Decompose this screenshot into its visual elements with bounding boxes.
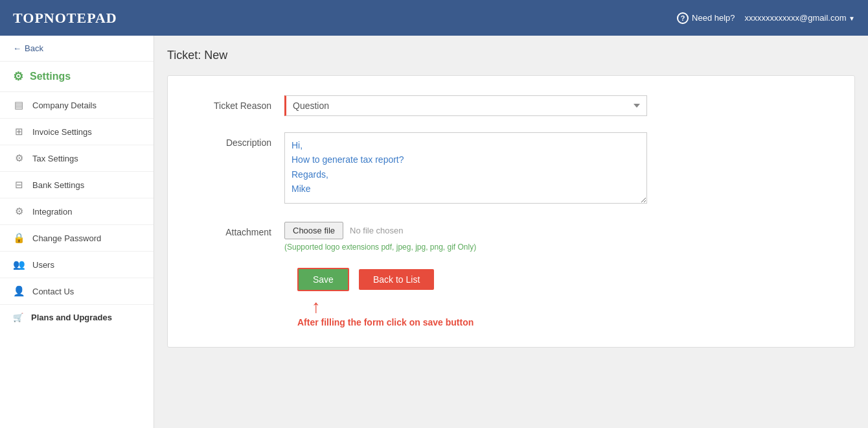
users-icon: 👥 xyxy=(13,259,25,270)
sidebar-item-label: Company Details xyxy=(32,101,97,110)
description-row: Description Hi, How to generate tax repo… xyxy=(194,132,828,206)
sidebar-item-label: Contact Us xyxy=(32,287,74,296)
change-password-icon: 🔒 xyxy=(13,232,25,244)
ticket-reason-label: Ticket Reason xyxy=(194,95,284,111)
main-content: Ticket: New Ticket Reason Question Issue… xyxy=(154,36,868,428)
need-help-label: Need help? xyxy=(692,13,735,23)
attachment-row: Attachment Choose file No file chosen (S… xyxy=(194,222,828,252)
sidebar-item-invoice-settings[interactable]: ⊞ Invoice Settings xyxy=(0,119,154,145)
sidebar-item-label: Invoice Settings xyxy=(32,127,92,137)
bank-settings-icon: ⊟ xyxy=(13,179,25,191)
description-textarea[interactable]: Hi, How to generate tax report? Regards,… xyxy=(284,132,647,204)
need-help[interactable]: ? Need help? xyxy=(677,12,735,24)
help-icon: ? xyxy=(677,12,689,24)
ticket-form-card: Ticket Reason Question Issue Feedback Ot… xyxy=(167,75,855,348)
sidebar-item-contact-us[interactable]: 👤 Contact Us xyxy=(0,278,154,305)
no-file-text: No file chosen xyxy=(350,226,403,235)
choose-file-button[interactable]: Choose file xyxy=(284,222,343,239)
up-arrow-container: ↑ xyxy=(297,298,321,316)
sidebar-item-tax-settings[interactable]: ⚙ Tax Settings xyxy=(0,145,154,172)
plans-label: Plans and Upgrades xyxy=(31,313,112,322)
user-email[interactable]: xxxxxxxxxxxxx@gmail.com ▼ xyxy=(745,13,855,23)
save-button[interactable]: Save xyxy=(297,268,349,291)
sidebar-item-label: Bank Settings xyxy=(32,180,84,190)
sidebar-item-change-password[interactable]: 🔒 Change Password xyxy=(0,225,154,252)
app-header: TopNotepad ? Need help? xxxxxxxxxxxxx@gm… xyxy=(0,0,868,36)
integration-icon: ⚙ xyxy=(13,206,25,217)
sidebar: ← Back ⚙ Settings ▤ Company Details ⊞ In… xyxy=(0,36,154,428)
attachment-field: Choose file No file chosen (Supported lo… xyxy=(284,222,828,252)
description-label: Description xyxy=(194,132,284,148)
contact-us-icon: 👤 xyxy=(13,285,25,297)
up-arrow-icon: ↑ xyxy=(312,298,321,316)
company-details-icon: ▤ xyxy=(13,99,25,111)
sidebar-item-users[interactable]: 👥 Users xyxy=(0,252,154,278)
back-to-list-button[interactable]: Back to List xyxy=(359,269,434,290)
sidebar-item-label: Tax Settings xyxy=(32,154,78,163)
back-label: Back xyxy=(25,43,43,53)
page-title: Ticket: New xyxy=(167,49,855,62)
sidebar-item-label: Users xyxy=(32,260,54,270)
attachment-label: Attachment xyxy=(194,222,284,237)
hint-text: After filling the form click on save but… xyxy=(297,317,474,327)
settings-header: ⚙ Settings xyxy=(0,62,154,92)
back-arrow-icon: ← xyxy=(13,43,21,53)
sidebar-item-plans[interactable]: 🛒 Plans and Upgrades xyxy=(0,305,154,330)
sidebar-item-bank-settings[interactable]: ⊟ Bank Settings xyxy=(0,172,154,198)
attachment-area: Choose file No file chosen xyxy=(284,222,828,239)
settings-gear-icon: ⚙ xyxy=(13,69,23,84)
description-field: Hi, How to generate tax report? Regards,… xyxy=(284,132,828,206)
invoice-settings-icon: ⊞ xyxy=(13,126,25,137)
main-layout: ← Back ⚙ Settings ▤ Company Details ⊞ In… xyxy=(0,36,868,428)
sidebar-item-label: Integration xyxy=(32,207,72,217)
settings-label: Settings xyxy=(30,71,71,82)
app-logo: TopNotepad xyxy=(13,10,117,27)
action-row: Save Back to List xyxy=(194,268,828,291)
supported-text: (Supported logo extensions pdf, jpeg, jp… xyxy=(284,243,828,252)
sidebar-item-company-details[interactable]: ▤ Company Details xyxy=(0,92,154,119)
sidebar-item-label: Change Password xyxy=(32,233,101,243)
hint-area: ↑ After filling the form click on save b… xyxy=(194,298,828,327)
sidebar-item-integration[interactable]: ⚙ Integration xyxy=(0,198,154,225)
header-right: ? Need help? xxxxxxxxxxxxx@gmail.com ▼ xyxy=(677,12,855,24)
ticket-reason-field: Question Issue Feedback Other xyxy=(284,95,828,116)
back-button[interactable]: ← Back xyxy=(0,36,154,62)
plans-icon: 🛒 xyxy=(13,313,23,322)
ticket-reason-row: Ticket Reason Question Issue Feedback Ot… xyxy=(194,95,828,116)
ticket-reason-select[interactable]: Question Issue Feedback Other xyxy=(284,95,647,116)
tax-settings-icon: ⚙ xyxy=(13,152,25,164)
user-dropdown-arrow: ▼ xyxy=(849,15,855,22)
